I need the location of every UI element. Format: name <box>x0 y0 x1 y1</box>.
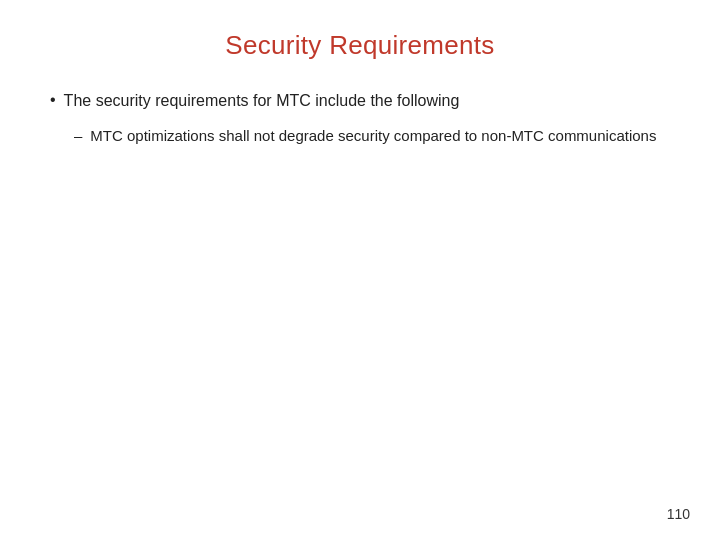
bullet-item: • The security requirements for MTC incl… <box>50 89 680 113</box>
bullet-dot: • <box>50 91 56 109</box>
slide-title: Security Requirements <box>40 30 680 61</box>
sub-bullet-item: – MTC optimizations shall not degrade se… <box>74 125 680 148</box>
slide-container: Security Requirements • The security req… <box>0 0 720 540</box>
slide-number: 110 <box>667 506 690 522</box>
sub-bullet-dash: – <box>74 127 82 144</box>
sub-bullet-text: MTC optimizations shall not degrade secu… <box>90 125 656 148</box>
content-area: • The security requirements for MTC incl… <box>40 89 680 148</box>
bullet-text: The security requirements for MTC includ… <box>64 89 460 113</box>
